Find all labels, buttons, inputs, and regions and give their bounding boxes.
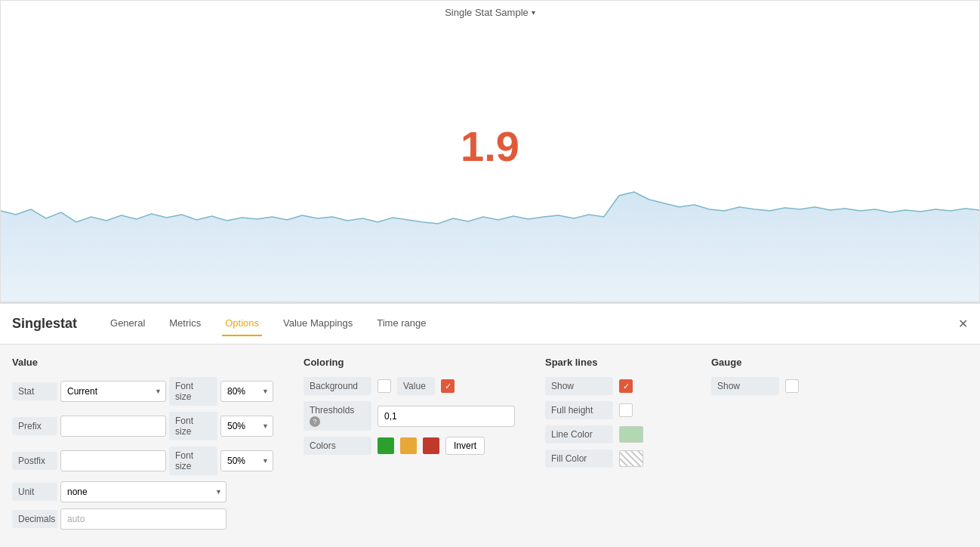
stat-select-wrapper: Current Average Min Max (60, 381, 166, 402)
sparkline-chart (1, 150, 979, 301)
sparklines-fullheight-row: Full height (545, 401, 681, 419)
thresholds-row: Thresholds ? (304, 401, 515, 431)
font-size-select-1[interactable]: 80% 100% 120% (220, 381, 273, 402)
colors-row: Colors Invert (304, 437, 515, 455)
main-container: Single Stat Sample ▾ 1.9 Singlestat Gene… (0, 0, 980, 547)
value-section-title: Value (12, 357, 273, 368)
decimals-label: Decimals (12, 510, 57, 528)
sparklines-linecolor-label: Line Color (545, 425, 613, 443)
gauge-show-label: Show (711, 377, 779, 395)
colors-label: Colors (304, 437, 371, 455)
panel-title: Singlestat (12, 316, 77, 332)
sparklines-fullheight-label: Full height (545, 401, 613, 419)
chart-area: Single Stat Sample ▾ 1.9 (0, 0, 980, 302)
sparklines-linecolor-swatch[interactable] (619, 426, 643, 443)
postfix-label: Postfix (12, 452, 57, 470)
coloring-section: Coloring Background Value ✓ Thresholds ?… (304, 357, 515, 536)
sparklines-fillcolor-swatch[interactable] (619, 450, 643, 467)
postfix-row: Postfix Font size 50% 75% 100% (12, 447, 273, 475)
color-swatch-red[interactable] (423, 437, 439, 454)
unit-row: Unit none ms s (12, 481, 273, 502)
tab-metrics[interactable]: Metrics (166, 311, 204, 336)
color-swatch-orange[interactable] (400, 437, 417, 454)
options-panel: Value Stat Current Average Min Max Font … (0, 345, 980, 547)
sparklines-linecolor-row: Line Color (545, 425, 681, 443)
stat-select[interactable]: Current Average Min Max (60, 381, 166, 402)
close-button[interactable]: ✕ (958, 317, 968, 331)
prefix-input[interactable] (60, 416, 166, 437)
panel-editor: Singlestat General Metrics Options Value… (0, 302, 980, 547)
font-size-select-wrapper-1: 80% 100% 120% (220, 381, 273, 402)
gauge-section: Gauge Show (711, 357, 817, 536)
sparklines-show-label: Show (545, 377, 613, 395)
unit-select[interactable]: none ms s (60, 481, 227, 502)
chart-title: Single Stat Sample ▾ (1, 1, 979, 24)
font-size-label-2: Font size (169, 412, 217, 440)
unit-label: Unit (12, 483, 57, 501)
gauge-show-checkbox[interactable] (785, 379, 799, 393)
background-label: Background (304, 377, 371, 395)
sparklines-section: Spark lines Show ✓ Full height Line Colo… (545, 357, 681, 536)
font-size-select-3[interactable]: 50% 75% 100% (220, 450, 273, 471)
thresholds-help-icon[interactable]: ? (310, 416, 320, 427)
sparklines-show-checkbox[interactable]: ✓ (619, 379, 633, 393)
background-checkbox[interactable] (378, 379, 391, 393)
chart-title-text: Single Stat Sample (445, 7, 529, 18)
font-size-select-2[interactable]: 50% 75% 100% (220, 416, 273, 437)
decimals-input[interactable] (60, 508, 227, 530)
sparklines-fillcolor-label: Fill Color (545, 450, 613, 468)
thresholds-label: Thresholds ? (304, 401, 371, 431)
postfix-input[interactable] (60, 450, 166, 471)
sparklines-fillcolor-row: Fill Color (545, 450, 681, 468)
value-section: Value Stat Current Average Min Max Font … (12, 357, 273, 536)
font-size-label-3: Font size (169, 447, 217, 475)
decimals-row: Decimals (12, 508, 273, 530)
background-row: Background Value ✓ (304, 377, 515, 395)
sparklines-section-title: Spark lines (545, 357, 681, 368)
prefix-row: Prefix Font size 50% 75% 100% (12, 412, 273, 440)
font-size-select-wrapper-2: 50% 75% 100% (220, 416, 273, 437)
tab-time-range[interactable]: Time range (374, 311, 429, 336)
value-color-label: Value (397, 377, 435, 395)
gauge-section-title: Gauge (711, 357, 817, 368)
tab-options[interactable]: Options (222, 311, 262, 336)
chart-title-dropdown-icon[interactable]: ▾ (532, 8, 535, 17)
stat-label: Stat (12, 382, 57, 400)
prefix-label: Prefix (12, 417, 57, 435)
color-swatch-green[interactable] (378, 437, 394, 454)
coloring-section-title: Coloring (304, 357, 515, 368)
sparklines-fullheight-checkbox[interactable] (619, 403, 633, 417)
sparklines-show-row: Show ✓ (545, 377, 681, 395)
panel-editor-header: Singlestat General Metrics Options Value… (0, 304, 980, 345)
value-checkbox[interactable]: ✓ (441, 379, 455, 393)
thresholds-input[interactable] (378, 406, 515, 427)
unit-select-wrapper: none ms s (60, 481, 227, 502)
font-size-label-1: Font size (169, 377, 217, 406)
tab-general[interactable]: General (107, 311, 148, 336)
invert-button[interactable]: Invert (445, 437, 485, 455)
stat-row: Stat Current Average Min Max Font size 8… (12, 377, 273, 406)
tab-value-mappings[interactable]: Value Mappings (280, 311, 356, 336)
gauge-show-row: Show (711, 377, 817, 395)
font-size-select-wrapper-3: 50% 75% 100% (220, 450, 273, 471)
